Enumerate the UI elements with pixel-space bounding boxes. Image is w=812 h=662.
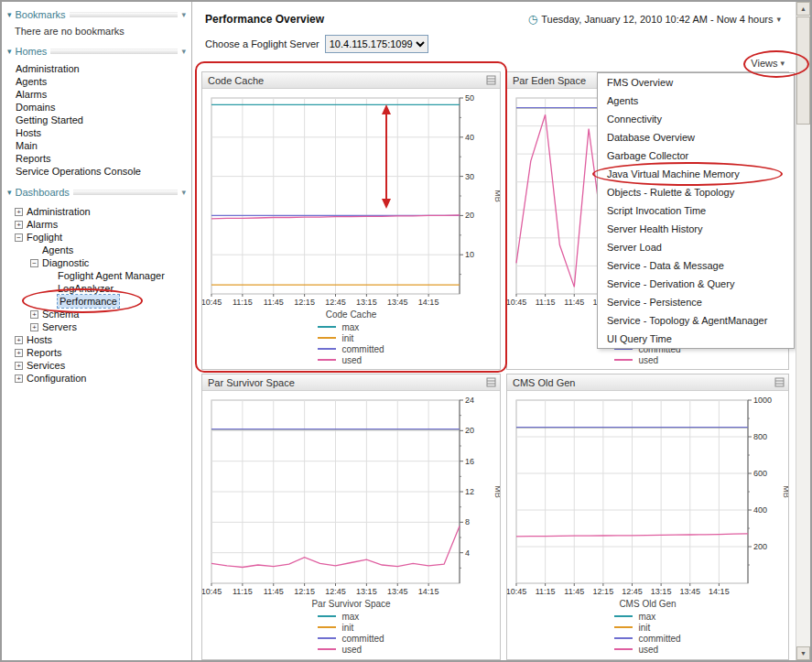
tree-item-reports[interactable]: +Reports xyxy=(2,346,190,359)
scroll-up-button[interactable]: ▲ xyxy=(796,2,810,16)
menu-item-garbage-collector[interactable]: Garbage Collector xyxy=(598,147,794,165)
chart-panel-header: Par Survivor Space xyxy=(202,374,500,391)
tree-label: Schema xyxy=(42,308,79,320)
sidebar-item-main[interactable]: Main xyxy=(2,139,190,152)
menu-item-objects-rulette-topology[interactable]: Objects - Rulette & Topology xyxy=(598,183,794,201)
bookmarks-empty-text: There are no bookmarks xyxy=(15,26,125,37)
menu-item-database-overview[interactable]: Database Overview xyxy=(598,128,794,147)
views-button[interactable]: Views ▾ xyxy=(751,58,785,69)
legend-item-max: max xyxy=(318,321,384,332)
svg-text:4: 4 xyxy=(465,548,470,558)
svg-text:11:15: 11:15 xyxy=(233,298,253,307)
tree-item-agents[interactable]: Agents xyxy=(2,244,190,256)
svg-text:20: 20 xyxy=(465,211,474,220)
legend-label: max xyxy=(638,612,655,622)
svg-text:10:45: 10:45 xyxy=(507,298,526,307)
tree-item-performance[interactable]: Performance xyxy=(2,295,190,308)
menu-item-service-derivation-query[interactable]: Service - Derivation & Query xyxy=(598,275,794,293)
menu-item-server-load[interactable]: Server Load xyxy=(598,238,794,256)
foglight-server-select[interactable]: 10.4.115.175:1099 xyxy=(325,35,428,53)
collapse-icon[interactable]: − xyxy=(15,233,23,242)
time-range-control[interactable]: ◷ Tuesday, January 12, 2010 10:42 AM - N… xyxy=(528,13,781,26)
expand-icon[interactable]: + xyxy=(15,362,23,370)
sidebar-item-administration[interactable]: Administration xyxy=(2,62,190,75)
menu-item-service-data-message[interactable]: Service - Data & Message xyxy=(598,256,794,275)
legend-item-committed: committed xyxy=(318,343,384,354)
scroll-down-button[interactable]: ▼ xyxy=(796,646,810,660)
svg-text:50: 50 xyxy=(465,93,474,103)
server-chooser: Choose a Foglight Server 10.4.115.175:10… xyxy=(205,35,428,53)
menu-item-connectivity[interactable]: Connectivity xyxy=(598,110,794,128)
tree-item-diagnostic[interactable]: −Diagnostic xyxy=(2,256,190,269)
dashboards-tree: +Administration+Alarms−FoglightAgents−Di… xyxy=(2,205,190,385)
legend-swatch xyxy=(318,348,336,350)
svg-text:400: 400 xyxy=(753,505,767,515)
tree-item-alarms[interactable]: +Alarms xyxy=(2,218,190,231)
svg-text:14:15: 14:15 xyxy=(709,587,730,596)
scrollbar-thumb[interactable] xyxy=(796,16,810,125)
sidebar-item-hosts[interactable]: Hosts xyxy=(2,126,190,139)
tree-label: Performance xyxy=(58,295,119,308)
sidebar-item-agents[interactable]: Agents xyxy=(2,75,190,88)
section-title: Bookmarks xyxy=(16,9,66,20)
chart-customizer-icon[interactable] xyxy=(486,75,496,85)
legend-label: used xyxy=(638,355,658,365)
tree-item-schema[interactable]: +Schema xyxy=(2,308,190,320)
menu-item-script-invocation-time[interactable]: Script Invocation Time xyxy=(598,201,794,220)
legend-item-init: init xyxy=(614,622,680,633)
sidebar-section-homes[interactable]: ▾ Homes ▾ xyxy=(2,44,190,59)
sidebar-item-getting-started[interactable]: Getting Started xyxy=(2,114,190,126)
tree-item-hosts[interactable]: +Hosts xyxy=(2,333,190,346)
chart-area: 10:4511:1511:4512:1512:4513:1513:4514:15… xyxy=(507,391,788,598)
sidebar-item-alarms[interactable]: Alarms xyxy=(2,88,190,101)
svg-text:MB: MB xyxy=(782,485,788,498)
tree-item-foglight[interactable]: −Foglight xyxy=(2,231,190,244)
tree-label: Foglight Agent Manager xyxy=(58,269,165,282)
tree-label: Foglight xyxy=(27,231,62,244)
legend-item-init: init xyxy=(318,332,384,343)
tree-item-loganalyzer[interactable]: LogAnalyzer xyxy=(2,282,190,295)
svg-text:800: 800 xyxy=(753,432,767,441)
collapse-icon[interactable]: − xyxy=(30,259,38,267)
chart-customizer-icon[interactable] xyxy=(486,377,496,387)
vertical-scrollbar[interactable]: ▲ ▼ xyxy=(796,2,810,660)
svg-text:13:45: 13:45 xyxy=(387,587,408,596)
chart-area: 10:4511:1511:4512:1512:4513:1513:4514:15… xyxy=(202,391,500,598)
menu-item-server-health-history[interactable]: Server Health History xyxy=(598,220,794,238)
menu-item-java-virtual-machine-memory[interactable]: Java Virtual Machine Memory xyxy=(598,165,794,183)
legend-label: committed xyxy=(341,634,384,644)
sidebar-item-reports[interactable]: Reports xyxy=(2,152,190,165)
tree-item-configuration[interactable]: +Configuration xyxy=(2,372,190,385)
tree-label: Servers xyxy=(42,320,77,333)
expand-icon[interactable]: + xyxy=(15,374,23,383)
expand-icon[interactable]: + xyxy=(15,208,23,216)
legend-swatch xyxy=(318,337,336,339)
expand-icon[interactable]: + xyxy=(15,336,23,344)
menu-item-service-persistence[interactable]: Service - Persistence xyxy=(598,293,794,311)
legend-swatch xyxy=(614,637,633,639)
tree-item-administration[interactable]: +Administration xyxy=(2,205,190,218)
expand-icon[interactable]: + xyxy=(30,310,38,319)
tree-label: Reports xyxy=(27,346,62,359)
expand-icon[interactable]: + xyxy=(15,221,23,229)
chart-plot: 10:4511:1511:4512:1512:4513:1513:4514:15… xyxy=(202,89,500,309)
chart-panel-code-cache: Code Cache 10:4511:1511:4512:1512:4513:1… xyxy=(201,71,501,370)
chart-customizer-icon[interactable] xyxy=(774,377,785,387)
tree-item-services[interactable]: +Services xyxy=(2,359,190,372)
menu-item-service-topology-agentmanager[interactable]: Service - Topology & AgentManager xyxy=(598,311,794,330)
sidebar-item-service-operations-console[interactable]: Service Operations Console xyxy=(2,165,190,178)
sidebar-section-bookmarks[interactable]: ▾ Bookmarks ▾ xyxy=(2,7,190,22)
svg-text:13:45: 13:45 xyxy=(679,587,700,596)
sidebar-section-dashboards[interactable]: ▾ Dashboards ▾ xyxy=(2,185,190,200)
tree-item-servers[interactable]: +Servers xyxy=(2,320,190,333)
sidebar-item-domains[interactable]: Domains xyxy=(2,101,190,114)
tree-item-foglight-agent-manager[interactable]: Foglight Agent Manager xyxy=(2,269,190,282)
tree-label: Alarms xyxy=(27,218,58,231)
legend-label: committed xyxy=(341,344,384,354)
expand-icon[interactable]: + xyxy=(30,323,38,331)
clock-icon: ◷ xyxy=(528,13,537,26)
menu-item-agents[interactable]: Agents xyxy=(598,92,794,110)
menu-item-ui-query-time[interactable]: UI Query Time xyxy=(598,330,794,348)
menu-item-fms-overview[interactable]: FMS Overview xyxy=(598,73,794,92)
expand-icon[interactable]: + xyxy=(15,349,23,357)
